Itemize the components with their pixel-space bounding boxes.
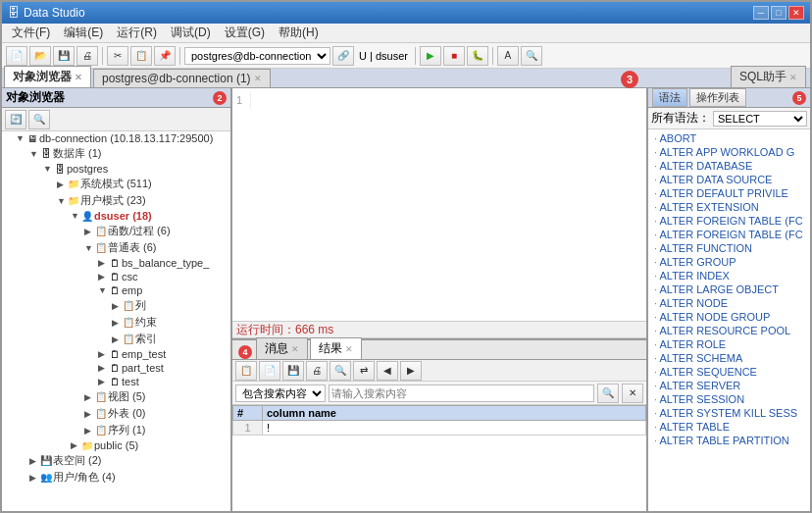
sql-item-alter-function[interactable]: ALTER FUNCTION (648, 241, 810, 255)
tree-bs-balance[interactable]: ▶ 🗒 bs_balance_type_ (2, 256, 230, 270)
search-clear-button[interactable]: ✕ (622, 384, 643, 403)
tree-emp-constraints[interactable]: ▶ 📋 约束 (2, 314, 230, 331)
sql-item-alter-data-source[interactable]: ALTER DATA SOURCE (648, 173, 810, 186)
copy-button[interactable]: 📋 (130, 46, 152, 66)
search-go-button[interactable]: 🔍 (597, 384, 619, 403)
tree-icon-func: 📋 (94, 226, 108, 236)
sql-item-alter-server[interactable]: ALTER SERVER (648, 379, 810, 392)
column-list-button[interactable]: 操作列表 (689, 88, 746, 107)
tree-emp-indexes[interactable]: ▶ 📋 索引 (2, 331, 230, 347)
sql-item-alter-database[interactable]: ALTER DATABASE (648, 159, 810, 173)
filter-selector[interactable]: SELECT (713, 111, 807, 127)
editor-area[interactable]: 1 (232, 88, 646, 321)
result-filter-button[interactable]: ⇄ (353, 361, 375, 381)
result-export-button[interactable]: 📋 (235, 361, 257, 381)
stop-button[interactable]: ■ (443, 46, 465, 66)
cut-button[interactable]: ✂ (107, 46, 128, 66)
tree-tablespaces[interactable]: ▶ 💾 表空间 (2) (2, 452, 230, 469)
sql-item-alter-node-group[interactable]: ALTER NODE GROUP (648, 310, 810, 324)
tree-test[interactable]: ▶ 🗒 test (2, 375, 230, 388)
connection-selector[interactable]: postgres@db-connection (184, 47, 330, 65)
result-tab-results[interactable]: 结果 ✕ (310, 337, 362, 359)
sql-item-alter-index[interactable]: ALTER INDEX (648, 269, 810, 282)
sql-item-alter-system-kill[interactable]: ALTER SYSTEM KILL SESS (648, 406, 810, 420)
sql-item-alter-foreign-table-1[interactable]: ALTER FOREIGN TABLE (FC (648, 214, 810, 228)
tree-users-roles[interactable]: ▶ 👥 用户/角色 (4) (2, 469, 230, 486)
tree-system-schema[interactable]: ▶ 📁 系统模式 (511) (2, 176, 230, 192)
result-tab-messages[interactable]: 消息 ✕ (256, 337, 308, 359)
sql-item-alter-node[interactable]: ALTER NODE (648, 296, 810, 310)
search-button[interactable]: 🔍 (521, 46, 542, 66)
sql-item-alter-app[interactable]: ALTER APP WORKLOAD G (648, 145, 810, 159)
result-print-button[interactable]: 🖨 (306, 361, 328, 381)
tree-emp[interactable]: ▼ 🗒 emp (2, 283, 230, 297)
close-button[interactable]: ✕ (788, 6, 804, 20)
save-button[interactable]: 💾 (53, 46, 75, 66)
result-next-button[interactable]: ▶ (400, 361, 422, 381)
sql-item-alter-sequence[interactable]: ALTER SEQUENCE (648, 365, 810, 379)
tree-public[interactable]: ▶ 📁 public (5) (2, 438, 230, 452)
debug-button[interactable]: 🐛 (467, 46, 488, 66)
tree-functions[interactable]: ▶ 📋 函数/过程 (6) (2, 223, 230, 239)
tree-part-test[interactable]: ▶ 🗒 part_test (2, 361, 230, 375)
result-copy-button[interactable]: 📄 (259, 361, 280, 381)
tree-dsuser[interactable]: ▼ 👤 dsuser (18) (2, 209, 230, 223)
sql-item-alter-group[interactable]: ALTER GROUP (648, 255, 810, 269)
tab-sql-helper-close[interactable]: ✕ (789, 73, 797, 82)
sql-item-alter-role[interactable]: ALTER ROLE (648, 337, 810, 351)
sql-item-alter-resource-pool[interactable]: ALTER RESOURCE POOL (648, 324, 810, 337)
tree-views[interactable]: ▶ 📋 视图 (5) (2, 388, 230, 405)
paste-button[interactable]: 📌 (154, 46, 176, 66)
run-button[interactable]: ▶ (420, 46, 441, 66)
syntax-button[interactable]: 语法 (652, 88, 687, 107)
sql-item-abort[interactable]: ABORT (648, 131, 810, 145)
search-field[interactable] (329, 385, 594, 402)
sql-item-alter-schema[interactable]: ALTER SCHEMA (648, 351, 810, 365)
tree-emp-columns[interactable]: ▶ 📋 列 (2, 297, 230, 314)
sql-item-alter-table[interactable]: ALTER TABLE (648, 420, 810, 434)
menu-file[interactable]: 文件(F) (6, 23, 56, 43)
open-button[interactable]: 📂 (29, 46, 51, 66)
tree-foreign-tables[interactable]: ▶ 📋 外表 (0) (2, 405, 230, 422)
sql-item-alter-table-partition[interactable]: ALTER TABLE PARTITION (648, 434, 810, 447)
tree-sequences[interactable]: ▶ 📋 序列 (1) (2, 422, 230, 438)
menu-edit[interactable]: 编辑(E) (58, 23, 109, 43)
search-obj-button[interactable]: 🔍 (28, 110, 50, 129)
sql-item-alter-large-object[interactable]: ALTER LARGE OBJECT (648, 282, 810, 296)
tab-query[interactable]: postgres@db-connection (1) ✕ (93, 69, 271, 87)
sql-item-alter-extension[interactable]: ALTER EXTENSION (648, 200, 810, 214)
tab-query-close[interactable]: ✕ (254, 74, 262, 83)
tab-object-browser-close[interactable]: ✕ (75, 73, 82, 82)
menu-debug[interactable]: 调试(D) (165, 23, 217, 43)
middle-panel: 1 运行时间：666 ms 4 消息 ✕ 结果 ✕ (232, 88, 648, 513)
result-search-button[interactable]: 🔍 (330, 361, 351, 381)
tree-tables[interactable]: ▼ 📋 普通表 (6) (2, 239, 230, 256)
tree-csc[interactable]: ▶ 🗒 csc (2, 270, 230, 283)
tree-postgres[interactable]: ▼ 🗄 postgres (2, 162, 230, 176)
menu-settings[interactable]: 设置(G) (219, 23, 271, 43)
menu-help[interactable]: 帮助(H) (273, 23, 325, 43)
sql-item-alter-foreign-table-2[interactable]: ALTER FOREIGN TABLE (FC (648, 228, 810, 241)
result-tab-results-close[interactable]: ✕ (345, 344, 353, 354)
new-button[interactable]: 📄 (6, 46, 27, 66)
format-button[interactable]: A (497, 46, 519, 66)
sql-item-alter-default-priv[interactable]: ALTER DEFAULT PRIVILE (648, 186, 810, 200)
result-tab-messages-close[interactable]: ✕ (291, 344, 299, 354)
ta-seq: ▶ (84, 426, 94, 436)
tab-sql-helper[interactable]: SQL助手 ✕ (731, 66, 806, 87)
refresh-button[interactable]: 🔄 (5, 110, 26, 129)
tab-object-browser[interactable]: 对象浏览器 ✕ (4, 66, 91, 87)
tree-emp-test[interactable]: ▶ 🗒 emp_test (2, 347, 230, 361)
tree-databases[interactable]: ▼ 🗄 数据库 (1) (2, 145, 230, 162)
print-button[interactable]: 🖨 (76, 46, 98, 66)
menu-run[interactable]: 运行(R) (111, 23, 163, 43)
connect-button[interactable]: 🔗 (332, 46, 354, 66)
result-save-button[interactable]: 💾 (282, 361, 304, 381)
maximize-button[interactable]: □ (771, 6, 787, 20)
search-type-selector[interactable]: 包含搜索内容 (235, 385, 326, 402)
sql-item-alter-session[interactable]: ALTER SESSION (648, 392, 810, 406)
tree-user-schema[interactable]: ▼ 📁 用户模式 (23) (2, 192, 230, 209)
minimize-button[interactable]: ─ (753, 6, 769, 20)
result-prev-button[interactable]: ◀ (377, 361, 398, 381)
tree-root[interactable]: ▼ 🖥 db-connection (10.18.13.117:29500) (2, 131, 230, 145)
